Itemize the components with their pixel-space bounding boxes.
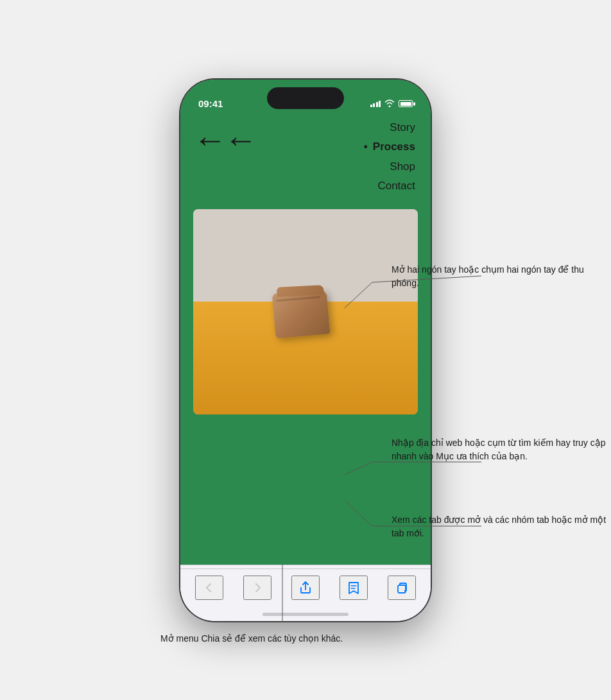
share-button[interactable] [291,576,320,600]
home-indicator [262,613,349,616]
tabs-button[interactable] [388,576,416,600]
clay-block [272,289,331,338]
annotation-share: Mở menu Chia sẻ để xem các tùy chọn khác… [160,632,343,645]
battery-icon [399,100,413,107]
product-image-bg [193,209,418,414]
signal-icon [370,101,381,107]
phone-frame: 09:41 [180,80,431,621]
website-content[interactable]: ←← Story Process Shop Contact [180,80,431,565]
bookmarks-button[interactable] [340,576,368,600]
forward-button[interactable] [243,576,271,600]
annotation-share-text: Mở menu Chia sẻ để xem các tùy chọn khác… [160,632,343,645]
nav-contact[interactable]: Contact [373,176,415,196]
clay-object [274,291,332,343]
svg-rect-0 [398,585,406,593]
dynamic-island [267,87,344,109]
nav-links: Story Process Shop Contact [373,118,415,196]
logo-symbol: ←← [193,123,255,157]
status-time: 09:41 [198,98,223,109]
nav-process[interactable]: Process [373,137,415,157]
wifi-icon [384,99,395,109]
nav-story[interactable]: Story [373,118,415,138]
status-icons [370,99,413,109]
logo: ←← [193,118,255,157]
nav-shop[interactable]: Shop [373,157,415,177]
back-button[interactable] [195,576,223,600]
phone-screen: 09:41 [180,80,431,621]
product-image-container [193,209,418,414]
